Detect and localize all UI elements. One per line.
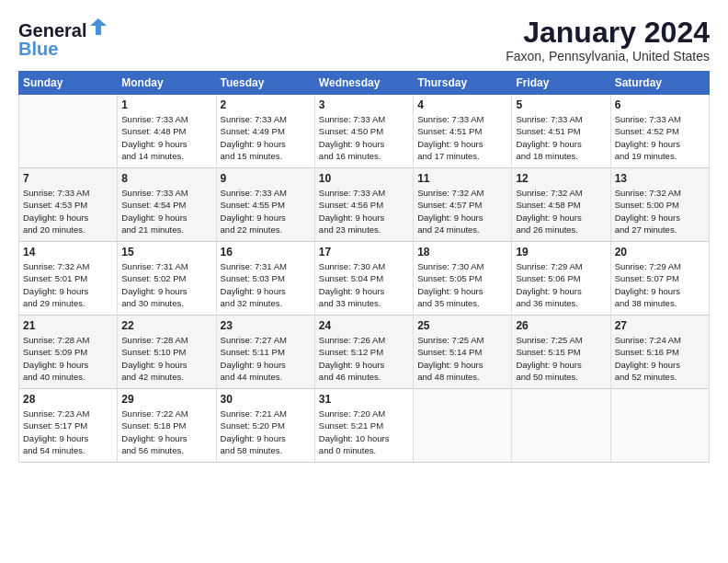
calendar-cell: 17Sunrise: 7:30 AMSunset: 5:04 PMDayligh… bbox=[314, 242, 413, 316]
day-number: 23 bbox=[221, 319, 311, 332]
day-info: Sunrise: 7:31 AMSunset: 5:03 PMDaylight:… bbox=[221, 260, 311, 309]
logo: General Blue bbox=[18, 17, 108, 58]
calendar-week-row: 1Sunrise: 7:33 AMSunset: 4:48 PMDaylight… bbox=[19, 95, 710, 168]
calendar-cell: 14Sunrise: 7:32 AMSunset: 5:01 PMDayligh… bbox=[19, 242, 118, 316]
day-info: Sunrise: 7:25 AMSunset: 5:15 PMDaylight:… bbox=[516, 334, 606, 383]
day-info: Sunrise: 7:33 AMSunset: 4:53 PMDaylight:… bbox=[23, 187, 113, 236]
header-wednesday: Wednesday bbox=[314, 72, 413, 95]
calendar-cell: 8Sunrise: 7:33 AMSunset: 4:54 PMDaylight… bbox=[118, 168, 216, 242]
day-info: Sunrise: 7:32 AMSunset: 5:00 PMDaylight:… bbox=[615, 187, 705, 236]
calendar-cell: 27Sunrise: 7:24 AMSunset: 5:16 PMDayligh… bbox=[610, 316, 709, 389]
day-number: 16 bbox=[221, 246, 311, 259]
day-number: 30 bbox=[221, 393, 311, 406]
header-thursday: Thursday bbox=[414, 72, 512, 95]
calendar-header-row: Sunday Monday Tuesday Wednesday Thursday… bbox=[19, 72, 710, 95]
day-info: Sunrise: 7:23 AMSunset: 5:17 PMDaylight:… bbox=[23, 408, 113, 456]
header-saturday: Saturday bbox=[610, 72, 709, 95]
day-info: Sunrise: 7:32 AMSunset: 4:57 PMDaylight:… bbox=[417, 187, 507, 236]
day-number: 8 bbox=[121, 172, 211, 185]
calendar-cell bbox=[512, 389, 610, 463]
day-info: Sunrise: 7:26 AMSunset: 5:12 PMDaylight:… bbox=[319, 334, 409, 383]
calendar-cell: 26Sunrise: 7:25 AMSunset: 5:15 PMDayligh… bbox=[512, 316, 610, 389]
title-block: January 2024 Faxon, Pennsylvania, United… bbox=[506, 17, 710, 63]
calendar-cell: 3Sunrise: 7:33 AMSunset: 4:50 PMDaylight… bbox=[314, 95, 413, 168]
logo-general: General bbox=[18, 20, 86, 40]
calendar-week-row: 14Sunrise: 7:32 AMSunset: 5:01 PMDayligh… bbox=[19, 242, 710, 316]
day-number: 12 bbox=[516, 172, 606, 185]
calendar-cell: 15Sunrise: 7:31 AMSunset: 5:02 PMDayligh… bbox=[118, 242, 216, 316]
day-number: 7 bbox=[23, 172, 113, 185]
day-info: Sunrise: 7:20 AMSunset: 5:21 PMDaylight:… bbox=[319, 408, 409, 456]
calendar-cell: 31Sunrise: 7:20 AMSunset: 5:21 PMDayligh… bbox=[314, 389, 413, 463]
day-number: 5 bbox=[516, 98, 606, 111]
day-number: 6 bbox=[615, 98, 705, 111]
day-number: 2 bbox=[221, 98, 311, 111]
calendar-cell: 6Sunrise: 7:33 AMSunset: 4:52 PMDaylight… bbox=[610, 95, 709, 168]
header-monday: Monday bbox=[118, 72, 216, 95]
day-info: Sunrise: 7:24 AMSunset: 5:16 PMDaylight:… bbox=[615, 334, 705, 383]
calendar-cell: 12Sunrise: 7:32 AMSunset: 4:58 PMDayligh… bbox=[512, 168, 610, 242]
month-title: January 2024 bbox=[506, 17, 710, 49]
day-info: Sunrise: 7:33 AMSunset: 4:54 PMDaylight:… bbox=[121, 187, 211, 236]
day-number: 13 bbox=[615, 172, 705, 185]
calendar-cell: 22Sunrise: 7:28 AMSunset: 5:10 PMDayligh… bbox=[118, 316, 216, 389]
day-info: Sunrise: 7:33 AMSunset: 4:48 PMDaylight:… bbox=[121, 113, 211, 162]
calendar-cell: 16Sunrise: 7:31 AMSunset: 5:03 PMDayligh… bbox=[216, 242, 314, 316]
calendar-cell: 23Sunrise: 7:27 AMSunset: 5:11 PMDayligh… bbox=[216, 316, 314, 389]
calendar-cell: 30Sunrise: 7:21 AMSunset: 5:20 PMDayligh… bbox=[216, 389, 314, 463]
calendar-cell: 7Sunrise: 7:33 AMSunset: 4:53 PMDaylight… bbox=[19, 168, 118, 242]
day-number: 1 bbox=[121, 98, 211, 111]
header: General Blue January 2024 Faxon, Pennsyl… bbox=[18, 17, 710, 63]
day-info: Sunrise: 7:33 AMSunset: 4:49 PMDaylight:… bbox=[221, 113, 311, 162]
day-info: Sunrise: 7:28 AMSunset: 5:10 PMDaylight:… bbox=[121, 334, 211, 383]
day-number: 9 bbox=[221, 172, 311, 185]
day-info: Sunrise: 7:27 AMSunset: 5:11 PMDaylight:… bbox=[221, 334, 311, 383]
day-number: 29 bbox=[121, 393, 211, 406]
calendar-cell: 4Sunrise: 7:33 AMSunset: 4:51 PMDaylight… bbox=[414, 95, 512, 168]
calendar-week-row: 28Sunrise: 7:23 AMSunset: 5:17 PMDayligh… bbox=[19, 389, 710, 463]
calendar-cell: 28Sunrise: 7:23 AMSunset: 5:17 PMDayligh… bbox=[19, 389, 118, 463]
day-info: Sunrise: 7:29 AMSunset: 5:07 PMDaylight:… bbox=[615, 260, 705, 309]
calendar-cell: 13Sunrise: 7:32 AMSunset: 5:00 PMDayligh… bbox=[610, 168, 709, 242]
calendar-cell: 11Sunrise: 7:32 AMSunset: 4:57 PMDayligh… bbox=[414, 168, 512, 242]
day-number: 24 bbox=[319, 319, 409, 332]
day-info: Sunrise: 7:33 AMSunset: 4:51 PMDaylight:… bbox=[516, 113, 606, 162]
day-info: Sunrise: 7:31 AMSunset: 5:02 PMDaylight:… bbox=[121, 260, 211, 309]
day-info: Sunrise: 7:32 AMSunset: 5:01 PMDaylight:… bbox=[23, 260, 113, 309]
page: General Blue January 2024 Faxon, Pennsyl… bbox=[0, 0, 728, 563]
day-info: Sunrise: 7:25 AMSunset: 5:14 PMDaylight:… bbox=[417, 334, 507, 383]
day-info: Sunrise: 7:33 AMSunset: 4:51 PMDaylight:… bbox=[417, 113, 507, 162]
day-number: 28 bbox=[23, 393, 113, 406]
calendar-cell: 19Sunrise: 7:29 AMSunset: 5:06 PMDayligh… bbox=[512, 242, 610, 316]
day-number: 14 bbox=[23, 246, 113, 259]
calendar-week-row: 7Sunrise: 7:33 AMSunset: 4:53 PMDaylight… bbox=[19, 168, 710, 242]
calendar-cell bbox=[19, 95, 118, 168]
day-info: Sunrise: 7:22 AMSunset: 5:18 PMDaylight:… bbox=[121, 408, 211, 456]
calendar-cell: 5Sunrise: 7:33 AMSunset: 4:51 PMDaylight… bbox=[512, 95, 610, 168]
day-number: 21 bbox=[23, 319, 113, 332]
day-number: 17 bbox=[319, 246, 409, 259]
calendar-cell: 10Sunrise: 7:33 AMSunset: 4:56 PMDayligh… bbox=[314, 168, 413, 242]
calendar-cell bbox=[610, 389, 709, 463]
header-friday: Friday bbox=[512, 72, 610, 95]
calendar-cell: 29Sunrise: 7:22 AMSunset: 5:18 PMDayligh… bbox=[118, 389, 216, 463]
day-number: 31 bbox=[319, 393, 409, 406]
day-info: Sunrise: 7:28 AMSunset: 5:09 PMDaylight:… bbox=[23, 334, 113, 383]
day-info: Sunrise: 7:21 AMSunset: 5:20 PMDaylight:… bbox=[221, 408, 311, 456]
day-number: 27 bbox=[615, 319, 705, 332]
calendar-table: Sunday Monday Tuesday Wednesday Thursday… bbox=[18, 71, 710, 463]
svg-marker-0 bbox=[90, 18, 107, 35]
calendar-cell: 20Sunrise: 7:29 AMSunset: 5:07 PMDayligh… bbox=[610, 242, 709, 316]
day-info: Sunrise: 7:29 AMSunset: 5:06 PMDaylight:… bbox=[516, 260, 606, 309]
calendar-cell: 9Sunrise: 7:33 AMSunset: 4:55 PMDaylight… bbox=[216, 168, 314, 242]
day-number: 25 bbox=[417, 319, 507, 332]
day-number: 10 bbox=[319, 172, 409, 185]
header-tuesday: Tuesday bbox=[216, 72, 314, 95]
day-number: 11 bbox=[417, 172, 507, 185]
calendar-cell: 25Sunrise: 7:25 AMSunset: 5:14 PMDayligh… bbox=[414, 316, 512, 389]
header-sunday: Sunday bbox=[19, 72, 118, 95]
day-number: 18 bbox=[417, 246, 507, 259]
calendar-cell: 24Sunrise: 7:26 AMSunset: 5:12 PMDayligh… bbox=[314, 316, 413, 389]
day-info: Sunrise: 7:30 AMSunset: 5:04 PMDaylight:… bbox=[319, 260, 409, 309]
day-number: 3 bbox=[319, 98, 409, 111]
